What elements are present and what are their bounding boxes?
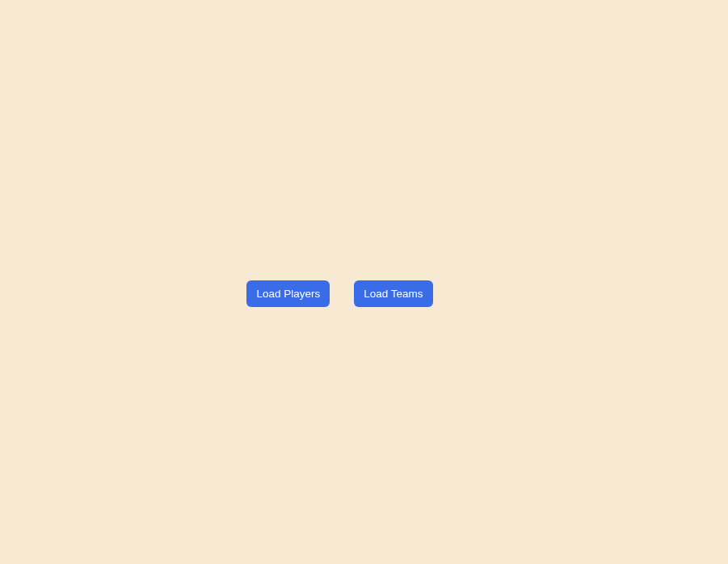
load-teams-button[interactable]: Load Teams: [354, 280, 432, 307]
load-players-button[interactable]: Load Players: [246, 280, 330, 307]
button-container: Load Players Load Teams: [246, 280, 432, 307]
